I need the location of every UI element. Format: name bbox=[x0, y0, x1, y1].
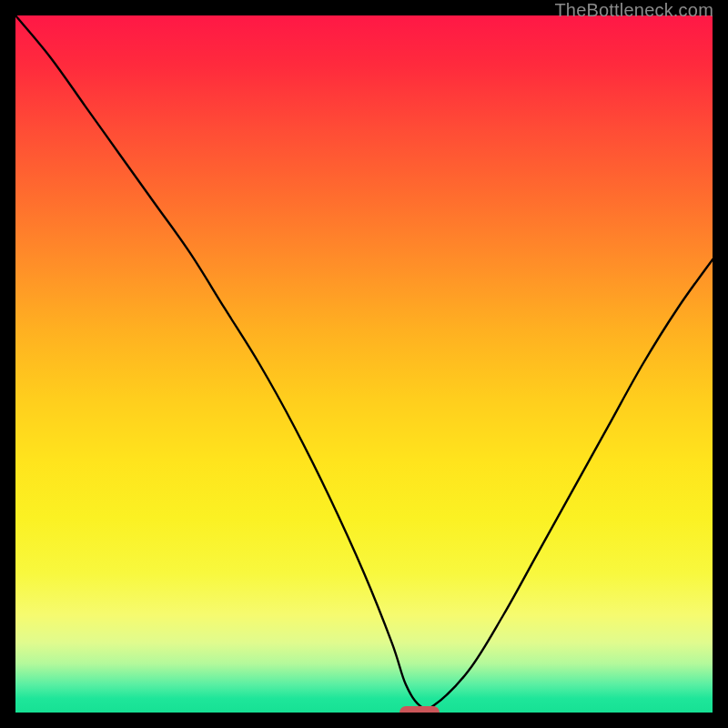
chart-frame: TheBottleneck.com bbox=[0, 0, 728, 728]
bottleneck-curve bbox=[15, 15, 713, 713]
watermark-text: TheBottleneck.com bbox=[554, 0, 713, 21]
curve-path bbox=[15, 15, 713, 710]
optimal-marker bbox=[399, 706, 440, 713]
plot-area bbox=[15, 15, 713, 713]
